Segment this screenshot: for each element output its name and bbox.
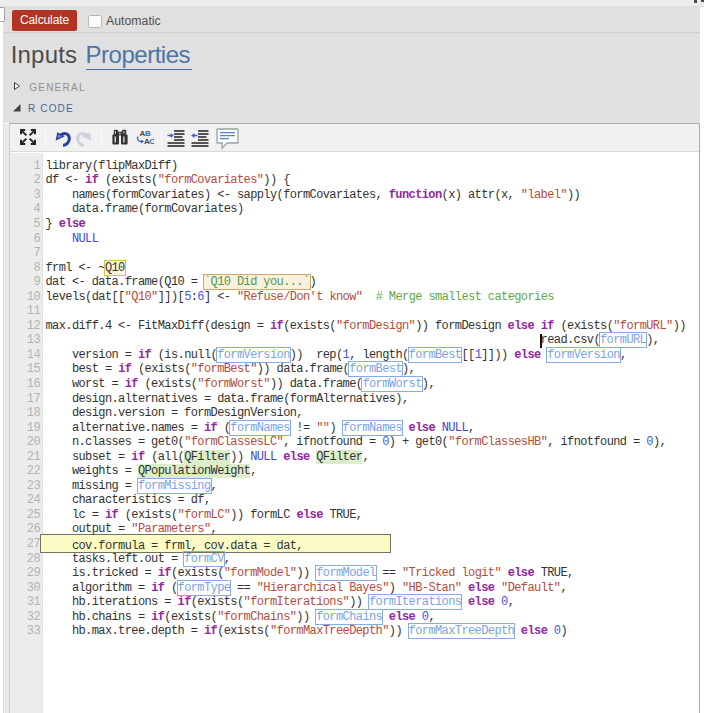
svg-text:C: C <box>149 137 154 145</box>
